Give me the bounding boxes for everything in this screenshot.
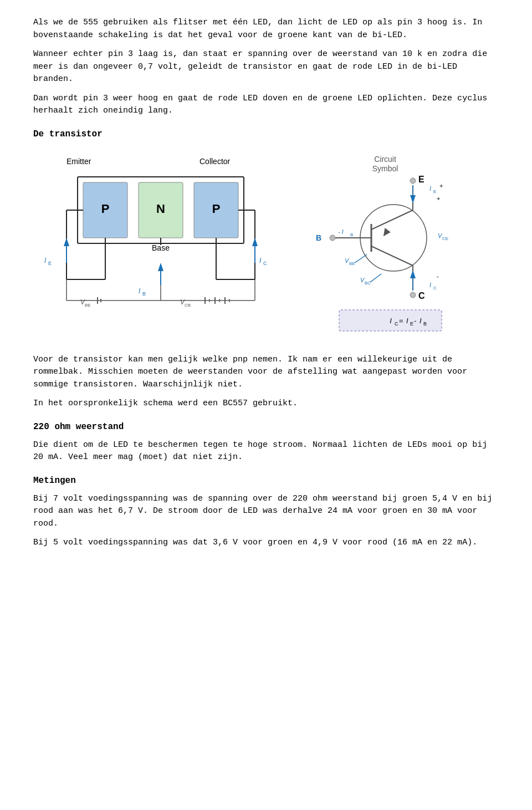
emitter-arrow [380, 226, 391, 236]
formula-eq: = [399, 317, 403, 325]
ic-text: I [259, 257, 262, 264]
emitter-line [371, 210, 413, 230]
vbc-arrow [370, 274, 381, 282]
ib-text: I [139, 287, 141, 295]
formula-ib-sub: B [423, 321, 427, 327]
ic-arrow-c-head [410, 270, 416, 278]
ic-subscript: C [263, 261, 267, 266]
ie-arrow-head [64, 238, 69, 246]
paragraph-1: Als we de 555 gebruiken als flitser met … [33, 17, 499, 42]
ie-e-sub: E [433, 189, 436, 194]
minus-vce: - [437, 273, 439, 279]
vce-circuit-sub: CE [442, 236, 448, 241]
p-right-label: P [212, 202, 221, 216]
formula-ie-text: I [406, 317, 408, 325]
formula-ic-sub: C [395, 321, 398, 327]
plus-e: + [439, 182, 443, 189]
vbc-circuit-sub: BC [365, 281, 371, 286]
paragraph-2: Wanneer echter pin 3 laag is, dan staat … [33, 48, 499, 86]
vcb-subscript: CB [185, 303, 191, 308]
paragraph-8: Bij 5 volt voedingsspanning was dat 3,6 … [33, 537, 499, 549]
vbe-subscript: BE [85, 303, 91, 308]
paragraph-7: Bij 7 volt voedingsspanning was de spann… [33, 493, 499, 531]
paragraph-3: Dan wordt pin 3 weer hoog en gaat de rod… [33, 93, 499, 118]
formula-minus: - [414, 317, 416, 325]
b-dot [330, 235, 335, 241]
heading-metingen: Metingen [33, 474, 499, 487]
ib-subscript: B [142, 291, 146, 297]
vbe-circuit-sub: BE [349, 261, 355, 266]
c-dot [410, 292, 416, 298]
pnp-svg: Emitter Collector P N P Base [33, 152, 299, 340]
formula-text: I [390, 317, 392, 325]
p-left-label: P [101, 202, 110, 216]
circuit-symbol: Circuit Symbol E I E [305, 152, 477, 340]
ie-subscript: E [48, 261, 52, 266]
heading-weerstand: 220 ohm weerstand [33, 420, 499, 434]
diagram-container: Emitter Collector P N P Base [33, 152, 499, 340]
paragraph-5: In het oorspronkelijk schema werd een BC… [33, 398, 499, 410]
emitter-label: Emitter [66, 157, 91, 166]
ib-arrow-head [158, 263, 163, 271]
n-label: N [156, 202, 165, 216]
b-label: B [316, 233, 321, 242]
vbe-arrow [355, 254, 367, 263]
ib-b-text: - I [338, 228, 344, 235]
ic-arrow-head [252, 238, 258, 246]
ie-arrow-e-head [410, 195, 416, 203]
c-label: C [418, 291, 425, 300]
ib-b-sub: B [350, 232, 353, 237]
ic-c-sub: C [433, 286, 437, 291]
circuit-title: Circuit [374, 155, 396, 164]
collector-line [371, 246, 413, 266]
pnp-diagram: Emitter Collector P N P Base [33, 152, 299, 340]
ic-c-text: I [429, 282, 431, 288]
e-dot [410, 178, 416, 184]
circuit-symbol-label: Symbol [372, 164, 398, 173]
ie-e-text: I [429, 185, 431, 192]
e-label: E [418, 175, 424, 184]
collector-label: Collector [200, 157, 231, 166]
circuit-svg: Circuit Symbol E I E [305, 152, 477, 340]
formula-ie-sub: E [410, 321, 413, 327]
heading-transistor: De transistor [33, 128, 499, 141]
paragraph-4: Voor de transistor kan men gelijk welke … [33, 354, 499, 391]
paragraph-6: Die dient om de LED te beschermen tegen … [33, 439, 499, 464]
plus-vce: + [437, 195, 440, 202]
ie-text: I [44, 257, 47, 264]
formula-ib-text: I [420, 317, 422, 325]
